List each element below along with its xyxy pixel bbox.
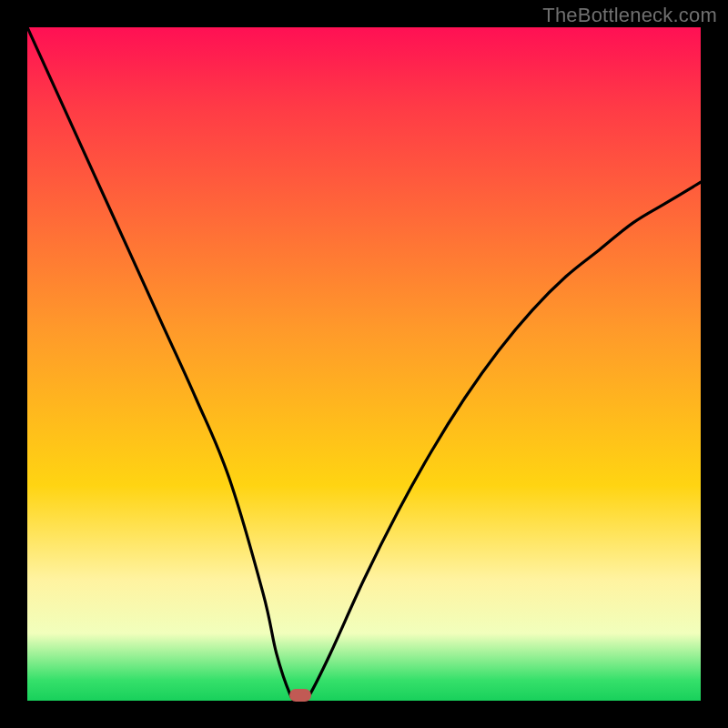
watermark-text: TheBottleneck.com xyxy=(542,4,717,27)
plot-area xyxy=(27,27,701,701)
chart-frame: TheBottleneck.com xyxy=(0,0,728,728)
optimum-marker xyxy=(289,689,311,702)
bottleneck-curve xyxy=(27,27,701,701)
curve-svg xyxy=(27,27,701,701)
